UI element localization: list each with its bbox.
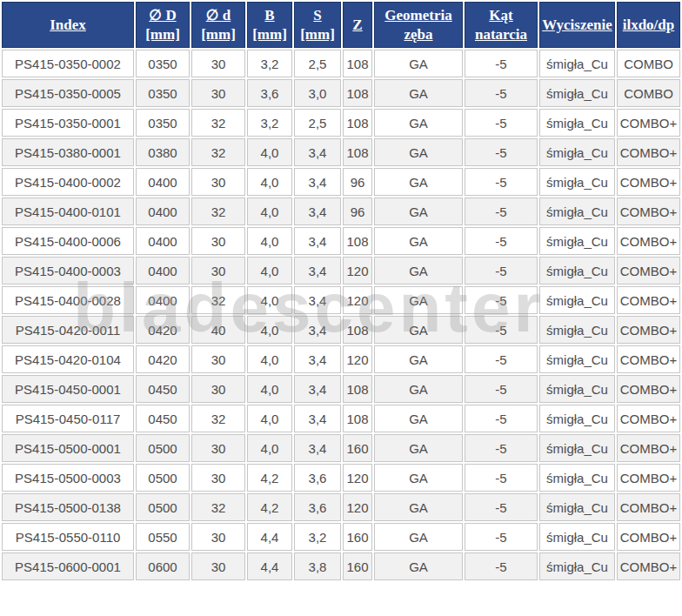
- cell-index: PS415-0400-0028: [2, 286, 134, 314]
- cell-index: PS415-0550-0110: [2, 523, 134, 551]
- table-row: PS415-0380-00010380324,03,4108GA-5śmigła…: [2, 138, 680, 166]
- column-header-label: [mm]: [296, 25, 339, 44]
- cell-S-mm: 3,4: [294, 198, 341, 225]
- cell-index: PS415-0400-0002: [2, 168, 134, 196]
- cell-geometria-zeba: GA: [374, 109, 463, 137]
- cell-geometria-zeba: GA: [374, 523, 463, 551]
- cell-index: PS415-0400-0006: [2, 227, 134, 255]
- cell-S-mm: 3,4: [294, 286, 341, 314]
- table-row: PS415-0450-00010450304,03,4108GA-5śmigła…: [2, 375, 680, 403]
- cell-geometria-zeba: GA: [374, 375, 463, 403]
- column-header-Z[interactable]: Z: [343, 2, 372, 48]
- cell-index: PS415-0350-0005: [2, 79, 134, 107]
- cell-ilxdo-dp: COMBO+: [617, 316, 680, 344]
- cell-ilxdo-dp: COMBO+: [617, 523, 680, 551]
- cell-B-mm: 3,2: [247, 109, 292, 137]
- column-header-label: B: [249, 6, 291, 24]
- cell-diameter-d-mm: 30: [191, 523, 245, 551]
- cell-wyciszenie: śmigła_Cu: [539, 493, 615, 521]
- cell-B-mm: 4,2: [247, 493, 292, 521]
- column-header-B-mm[interactable]: B[mm]: [247, 2, 292, 48]
- cell-diameter-d-mm: 30: [191, 227, 245, 255]
- cell-kat-natarcia: -5: [465, 257, 538, 285]
- cell-wyciszenie: śmigła_Cu: [539, 375, 615, 403]
- cell-S-mm: 3,6: [294, 464, 341, 492]
- column-header-ilxdo-dp[interactable]: ilxdo/dp: [617, 2, 680, 48]
- cell-diameter-d-mm: 30: [191, 79, 245, 107]
- cell-B-mm: 3,6: [247, 79, 292, 107]
- cell-diameter-D-mm: 0450: [136, 375, 190, 403]
- column-header-label: Kąt: [466, 6, 536, 24]
- cell-diameter-d-mm: 30: [191, 552, 245, 580]
- cell-index: PS415-0420-0011: [2, 316, 134, 344]
- cell-Z: 108: [343, 227, 372, 255]
- cell-wyciszenie: śmigła_Cu: [539, 523, 615, 551]
- column-header-label: Wyciszenie: [541, 16, 613, 34]
- column-header-geometria-zeba[interactable]: Geometriazęba: [374, 2, 463, 48]
- cell-diameter-d-mm: 32: [191, 493, 245, 521]
- cell-Z: 160: [343, 552, 372, 580]
- cell-B-mm: 4,0: [247, 434, 292, 462]
- cell-ilxdo-dp: COMBO+: [617, 345, 680, 373]
- cell-Z: 160: [343, 434, 372, 462]
- cell-Z: 108: [343, 316, 372, 344]
- table-row: PS415-0450-01170450324,03,4108GA-5śmigła…: [2, 405, 680, 432]
- column-header-kat-natarcia[interactable]: Kątnatarcia: [465, 2, 538, 48]
- cell-wyciszenie: śmigła_Cu: [539, 168, 615, 196]
- cell-geometria-zeba: GA: [374, 345, 463, 373]
- cell-Z: 108: [343, 79, 372, 107]
- cell-ilxdo-dp: COMBO+: [617, 198, 680, 225]
- cell-wyciszenie: śmigła_Cu: [539, 109, 615, 137]
- cell-kat-natarcia: -5: [465, 375, 538, 403]
- cell-kat-natarcia: -5: [465, 552, 538, 580]
- cell-index: PS415-0450-0117: [2, 405, 134, 432]
- cell-index: PS415-0500-0138: [2, 493, 134, 521]
- cell-wyciszenie: śmigła_Cu: [539, 138, 615, 166]
- cell-diameter-d-mm: 30: [191, 50, 245, 77]
- column-header-diameter-D-mm[interactable]: ∅ D[mm]: [136, 2, 190, 48]
- column-header-diameter-d-mm[interactable]: ∅ d[mm]: [191, 2, 245, 48]
- cell-diameter-D-mm: 0420: [136, 316, 190, 344]
- column-header-S-mm[interactable]: S[mm]: [294, 2, 341, 48]
- column-header-label: Geometria: [376, 6, 461, 24]
- cell-geometria-zeba: GA: [374, 168, 463, 196]
- cell-kat-natarcia: -5: [465, 138, 538, 166]
- cell-kat-natarcia: -5: [465, 109, 538, 137]
- cell-geometria-zeba: GA: [374, 227, 463, 255]
- cell-kat-natarcia: -5: [465, 198, 538, 225]
- cell-geometria-zeba: GA: [374, 198, 463, 225]
- cell-diameter-D-mm: 0500: [136, 464, 190, 492]
- table-row: PS415-0420-00110420404,03,4108GA-5śmigła…: [2, 316, 680, 344]
- cell-diameter-d-mm: 40: [191, 316, 245, 344]
- cell-geometria-zeba: GA: [374, 405, 463, 432]
- cell-geometria-zeba: GA: [374, 79, 463, 107]
- cell-kat-natarcia: -5: [465, 227, 538, 255]
- cell-geometria-zeba: GA: [374, 286, 463, 314]
- cell-diameter-d-mm: 30: [191, 257, 245, 285]
- cell-diameter-D-mm: 0400: [136, 286, 190, 314]
- table-row: PS415-0500-00030500304,23,6120GA-5śmigła…: [2, 464, 680, 492]
- cell-wyciszenie: śmigła_Cu: [539, 552, 615, 580]
- column-header-wyciszenie[interactable]: Wyciszenie: [539, 2, 615, 48]
- header-row: Index∅ D[mm]∅ d[mm]B[mm]S[mm]ZGeometriaz…: [2, 2, 680, 48]
- cell-geometria-zeba: GA: [374, 138, 463, 166]
- cell-wyciszenie: śmigła_Cu: [539, 434, 615, 462]
- cell-kat-natarcia: -5: [465, 286, 538, 314]
- column-header-index[interactable]: Index: [2, 2, 134, 48]
- cell-S-mm: 3,4: [294, 375, 341, 403]
- cell-diameter-d-mm: 30: [191, 375, 245, 403]
- column-header-label: ∅ d: [193, 6, 244, 24]
- cell-diameter-D-mm: 0420: [136, 345, 190, 373]
- table-row: PS415-0400-00020400304,03,496GA-5śmigła_…: [2, 168, 680, 196]
- cell-S-mm: 3,2: [294, 523, 341, 551]
- products-table: Index∅ D[mm]∅ d[mm]B[mm]S[mm]ZGeometriaz…: [0, 0, 682, 582]
- cell-diameter-D-mm: 0400: [136, 168, 190, 196]
- cell-kat-natarcia: -5: [465, 168, 538, 196]
- cell-wyciszenie: śmigła_Cu: [539, 198, 615, 225]
- cell-diameter-D-mm: 0400: [136, 198, 190, 225]
- table-row: PS415-0400-00060400304,03,4108GA-5śmigła…: [2, 227, 680, 255]
- column-header-label: Index: [3, 16, 132, 34]
- cell-B-mm: 4,0: [247, 257, 292, 285]
- cell-kat-natarcia: -5: [465, 50, 538, 77]
- cell-Z: 96: [343, 168, 372, 196]
